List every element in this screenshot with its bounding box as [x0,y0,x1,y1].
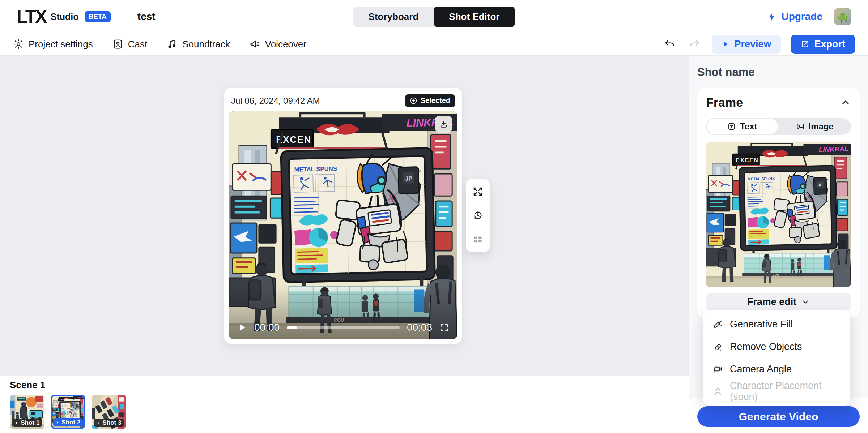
shot-thumbnail-2[interactable]: Shot 2 [51,395,85,429]
shot-3-badge: Shot 3 [94,419,124,427]
menu-item-generative-fill[interactable]: Generative Fill [703,313,850,335]
play-button[interactable] [237,322,247,333]
frame-thumbnail-art [706,142,851,287]
chevron-down-icon [801,297,810,306]
play-triangle-icon [97,421,100,425]
shot-player-card: Jul 06, 2024, 09:42 AM Selected [224,88,462,344]
arrow-right-circle-icon [410,97,417,104]
video-controls: 00:00 00:03 [229,322,457,333]
frame-edit-menu: Generative Fill Remove Objects Camera An… [703,310,850,406]
beta-badge: BETA [85,11,111,22]
expand-button[interactable] [470,184,485,199]
toggle-text-label: Text [740,121,757,132]
preview-label: Preview [734,39,771,50]
logo-studio: Studio [51,12,79,22]
scene-strip: Scene 1 Shot 1 Shot 2 [0,376,689,433]
shot-list: Shot 1 Shot 2 Shot 3 [10,395,689,429]
frame-edit-button[interactable]: Frame edit [706,293,851,310]
voiceover-button[interactable]: Voiceover [250,39,306,50]
cast-icon [112,39,123,50]
frame-section-header: Frame [706,95,851,110]
tab-shot-editor[interactable]: Shot Editor [434,7,515,27]
cast-label: Cast [128,39,147,50]
main-column: Jul 06, 2024, 09:42 AM Selected [0,56,689,433]
generate-video-button[interactable]: Generate Video [697,406,860,427]
seek-bar[interactable] [287,326,400,329]
download-button[interactable] [435,116,452,133]
image-icon [796,122,805,131]
project-title[interactable]: test [137,11,156,22]
shot-1-badge: Shot 1 [12,419,42,427]
tab-storyboard[interactable]: Storyboard [353,7,434,27]
editor-toolbar: Project settings Cast Soundtrack Voiceov… [0,33,868,56]
frame-section: Frame Text Image [697,88,860,318]
toggle-image-label: Image [809,121,834,132]
shot-thumbnail-3[interactable]: Shot 3 [92,395,126,429]
project-settings-label: Project settings [29,39,93,50]
editor-canvas: Jul 06, 2024, 09:42 AM Selected [0,56,689,376]
gear-icon [13,39,24,50]
history-icon [472,210,483,221]
megaphone-icon [250,39,260,50]
tab-storyboard-label: Storyboard [369,11,419,22]
shot-timestamp: Jul 06, 2024, 09:42 AM [231,96,320,106]
floating-tools [466,179,490,252]
eraser-icon [713,342,723,352]
frame-thumbnail[interactable] [706,142,851,287]
workspace: Jul 06, 2024, 09:42 AM Selected [0,56,868,433]
player-header: Jul 06, 2024, 09:42 AM Selected [229,91,457,111]
shot-name-title[interactable]: Shot name [697,66,860,79]
scene-title: Scene 1 [10,380,689,391]
grid-icon [472,234,483,245]
download-icon [439,120,448,129]
play-triangle-icon [56,421,59,424]
play-triangle-icon [15,421,18,425]
lightning-bolt-icon [767,12,777,22]
undo-button[interactable] [663,37,677,51]
tab-shot-editor-label: Shot Editor [449,11,499,22]
history-button[interactable] [470,208,485,223]
person-icon [713,386,723,396]
cast-button[interactable]: Cast [112,39,147,50]
text-icon [727,122,736,131]
camera-angle-label: Camera Angle [730,364,792,375]
menu-item-camera-angle[interactable]: Camera Angle [703,358,850,380]
play-triangle-icon [722,40,729,48]
toolbar-right: Preview Export [663,35,855,54]
frame-edit-label: Frame edit [747,296,797,308]
upgrade-button[interactable]: Upgrade [767,11,822,22]
divider [124,8,124,25]
toggle-text[interactable]: Text [706,118,779,135]
preview-button[interactable]: Preview [712,35,781,54]
logo-ltx: LTX [17,6,46,27]
project-settings-button[interactable]: Project settings [13,39,93,50]
toggle-image[interactable]: Image [779,118,851,135]
ltx-studio-app: LTX Studio BETA test Storyboard Shot Edi… [0,0,868,433]
top-bar-right: Upgrade [767,8,851,25]
avatar[interactable] [834,8,851,25]
redo-button[interactable] [687,37,702,51]
app-logo[interactable]: LTX Studio BETA [17,6,111,27]
remove-objects-label: Remove Objects [730,341,802,352]
generative-fill-label: Generative Fill [730,319,793,330]
shot-3-label: Shot 3 [103,419,122,426]
export-button[interactable]: Export [791,35,855,54]
shot-thumbnail-1[interactable]: Shot 1 [10,395,44,429]
selected-badge-label: Selected [421,97,450,105]
upgrade-label: Upgrade [781,11,822,22]
music-notes-icon [167,39,178,50]
frame-section-title: Frame [706,95,743,110]
grid-view-button[interactable] [470,232,485,247]
top-bar: LTX Studio BETA test Storyboard Shot Edi… [0,0,868,33]
collapse-frame-button[interactable] [840,97,851,108]
shot-video[interactable]: 00:00 00:03 [229,111,457,339]
menu-item-remove-objects[interactable]: Remove Objects [703,335,850,358]
shot-video-frame [229,111,457,339]
seek-bar-played [287,326,297,329]
shot-1-label: Shot 1 [21,419,40,426]
soundtrack-button[interactable]: Soundtrack [167,39,230,50]
chevron-up-icon [840,97,851,108]
right-panel: Shot name Frame Text Image [689,56,868,433]
fullscreen-button[interactable] [439,323,449,333]
current-time: 00:00 [254,322,280,333]
